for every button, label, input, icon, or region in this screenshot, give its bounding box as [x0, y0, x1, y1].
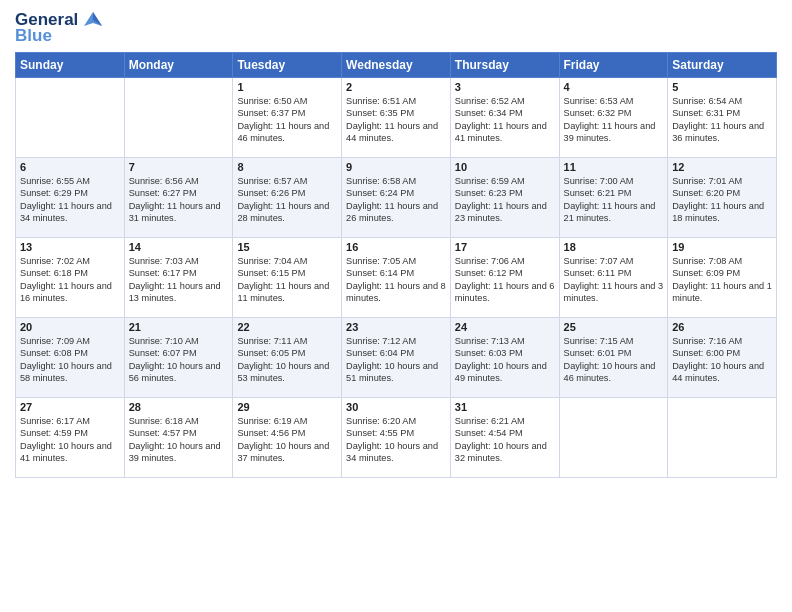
calendar-cell: 22Sunrise: 7:11 AM Sunset: 6:05 PM Dayli…	[233, 318, 342, 398]
day-number: 30	[346, 401, 446, 413]
calendar-cell: 15Sunrise: 7:04 AM Sunset: 6:15 PM Dayli…	[233, 238, 342, 318]
header-day-saturday: Saturday	[668, 53, 777, 78]
calendar-cell: 9Sunrise: 6:58 AM Sunset: 6:24 PM Daylig…	[342, 158, 451, 238]
day-number: 16	[346, 241, 446, 253]
day-number: 2	[346, 81, 446, 93]
day-info: Sunrise: 7:13 AM Sunset: 6:03 PM Dayligh…	[455, 335, 555, 385]
day-number: 3	[455, 81, 555, 93]
day-number: 22	[237, 321, 337, 333]
calendar-cell: 12Sunrise: 7:01 AM Sunset: 6:20 PM Dayli…	[668, 158, 777, 238]
calendar-cell: 8Sunrise: 6:57 AM Sunset: 6:26 PM Daylig…	[233, 158, 342, 238]
day-info: Sunrise: 7:07 AM Sunset: 6:11 PM Dayligh…	[564, 255, 664, 305]
day-info: Sunrise: 6:21 AM Sunset: 4:54 PM Dayligh…	[455, 415, 555, 465]
calendar-header: SundayMondayTuesdayWednesdayThursdayFrid…	[16, 53, 777, 78]
day-number: 17	[455, 241, 555, 253]
header-day-sunday: Sunday	[16, 53, 125, 78]
calendar-cell: 2Sunrise: 6:51 AM Sunset: 6:35 PM Daylig…	[342, 78, 451, 158]
header-day-wednesday: Wednesday	[342, 53, 451, 78]
day-number: 7	[129, 161, 229, 173]
day-number: 28	[129, 401, 229, 413]
logo-bird-icon	[80, 10, 106, 30]
day-info: Sunrise: 6:52 AM Sunset: 6:34 PM Dayligh…	[455, 95, 555, 145]
calendar-cell: 1Sunrise: 6:50 AM Sunset: 6:37 PM Daylig…	[233, 78, 342, 158]
day-number: 27	[20, 401, 120, 413]
week-row-2: 13Sunrise: 7:02 AM Sunset: 6:18 PM Dayli…	[16, 238, 777, 318]
calendar-cell: 16Sunrise: 7:05 AM Sunset: 6:14 PM Dayli…	[342, 238, 451, 318]
calendar-cell: 27Sunrise: 6:17 AM Sunset: 4:59 PM Dayli…	[16, 398, 125, 478]
calendar-cell: 28Sunrise: 6:18 AM Sunset: 4:57 PM Dayli…	[124, 398, 233, 478]
day-number: 24	[455, 321, 555, 333]
day-number: 10	[455, 161, 555, 173]
header-day-monday: Monday	[124, 53, 233, 78]
day-info: Sunrise: 7:09 AM Sunset: 6:08 PM Dayligh…	[20, 335, 120, 385]
header-day-tuesday: Tuesday	[233, 53, 342, 78]
calendar-cell: 23Sunrise: 7:12 AM Sunset: 6:04 PM Dayli…	[342, 318, 451, 398]
header-day-thursday: Thursday	[450, 53, 559, 78]
day-info: Sunrise: 6:55 AM Sunset: 6:29 PM Dayligh…	[20, 175, 120, 225]
calendar-cell: 24Sunrise: 7:13 AM Sunset: 6:03 PM Dayli…	[450, 318, 559, 398]
logo-container: General Blue	[15, 10, 106, 46]
day-number: 15	[237, 241, 337, 253]
week-row-0: 1Sunrise: 6:50 AM Sunset: 6:37 PM Daylig…	[16, 78, 777, 158]
calendar-cell: 14Sunrise: 7:03 AM Sunset: 6:17 PM Dayli…	[124, 238, 233, 318]
day-info: Sunrise: 7:00 AM Sunset: 6:21 PM Dayligh…	[564, 175, 664, 225]
calendar-cell	[668, 398, 777, 478]
day-info: Sunrise: 7:03 AM Sunset: 6:17 PM Dayligh…	[129, 255, 229, 305]
week-row-4: 27Sunrise: 6:17 AM Sunset: 4:59 PM Dayli…	[16, 398, 777, 478]
day-info: Sunrise: 7:16 AM Sunset: 6:00 PM Dayligh…	[672, 335, 772, 385]
header-row: SundayMondayTuesdayWednesdayThursdayFrid…	[16, 53, 777, 78]
day-info: Sunrise: 7:06 AM Sunset: 6:12 PM Dayligh…	[455, 255, 555, 305]
calendar-cell: 25Sunrise: 7:15 AM Sunset: 6:01 PM Dayli…	[559, 318, 668, 398]
day-number: 20	[20, 321, 120, 333]
day-info: Sunrise: 6:54 AM Sunset: 6:31 PM Dayligh…	[672, 95, 772, 145]
calendar-cell: 6Sunrise: 6:55 AM Sunset: 6:29 PM Daylig…	[16, 158, 125, 238]
day-number: 12	[672, 161, 772, 173]
week-row-1: 6Sunrise: 6:55 AM Sunset: 6:29 PM Daylig…	[16, 158, 777, 238]
calendar-table: SundayMondayTuesdayWednesdayThursdayFrid…	[15, 52, 777, 478]
day-info: Sunrise: 7:10 AM Sunset: 6:07 PM Dayligh…	[129, 335, 229, 385]
calendar-cell: 30Sunrise: 6:20 AM Sunset: 4:55 PM Dayli…	[342, 398, 451, 478]
day-number: 19	[672, 241, 772, 253]
calendar-cell: 21Sunrise: 7:10 AM Sunset: 6:07 PM Dayli…	[124, 318, 233, 398]
day-info: Sunrise: 6:53 AM Sunset: 6:32 PM Dayligh…	[564, 95, 664, 145]
day-info: Sunrise: 7:02 AM Sunset: 6:18 PM Dayligh…	[20, 255, 120, 305]
day-info: Sunrise: 6:19 AM Sunset: 4:56 PM Dayligh…	[237, 415, 337, 465]
day-info: Sunrise: 6:51 AM Sunset: 6:35 PM Dayligh…	[346, 95, 446, 145]
day-info: Sunrise: 6:59 AM Sunset: 6:23 PM Dayligh…	[455, 175, 555, 225]
calendar-cell: 10Sunrise: 6:59 AM Sunset: 6:23 PM Dayli…	[450, 158, 559, 238]
day-info: Sunrise: 7:05 AM Sunset: 6:14 PM Dayligh…	[346, 255, 446, 305]
day-number: 21	[129, 321, 229, 333]
calendar-cell	[16, 78, 125, 158]
calendar-cell: 4Sunrise: 6:53 AM Sunset: 6:32 PM Daylig…	[559, 78, 668, 158]
calendar-cell: 11Sunrise: 7:00 AM Sunset: 6:21 PM Dayli…	[559, 158, 668, 238]
day-info: Sunrise: 7:01 AM Sunset: 6:20 PM Dayligh…	[672, 175, 772, 225]
day-info: Sunrise: 6:56 AM Sunset: 6:27 PM Dayligh…	[129, 175, 229, 225]
day-info: Sunrise: 6:18 AM Sunset: 4:57 PM Dayligh…	[129, 415, 229, 465]
day-number: 4	[564, 81, 664, 93]
calendar-cell: 5Sunrise: 6:54 AM Sunset: 6:31 PM Daylig…	[668, 78, 777, 158]
day-info: Sunrise: 6:57 AM Sunset: 6:26 PM Dayligh…	[237, 175, 337, 225]
calendar-cell: 13Sunrise: 7:02 AM Sunset: 6:18 PM Dayli…	[16, 238, 125, 318]
calendar-cell: 26Sunrise: 7:16 AM Sunset: 6:00 PM Dayli…	[668, 318, 777, 398]
calendar-cell: 18Sunrise: 7:07 AM Sunset: 6:11 PM Dayli…	[559, 238, 668, 318]
calendar-cell	[559, 398, 668, 478]
page: General Blue SundayMondayTuesdayWednesda…	[0, 0, 792, 612]
day-info: Sunrise: 7:12 AM Sunset: 6:04 PM Dayligh…	[346, 335, 446, 385]
day-info: Sunrise: 6:50 AM Sunset: 6:37 PM Dayligh…	[237, 95, 337, 145]
calendar-cell: 31Sunrise: 6:21 AM Sunset: 4:54 PM Dayli…	[450, 398, 559, 478]
day-info: Sunrise: 7:15 AM Sunset: 6:01 PM Dayligh…	[564, 335, 664, 385]
day-number: 6	[20, 161, 120, 173]
calendar-cell: 7Sunrise: 6:56 AM Sunset: 6:27 PM Daylig…	[124, 158, 233, 238]
header-day-friday: Friday	[559, 53, 668, 78]
day-info: Sunrise: 6:17 AM Sunset: 4:59 PM Dayligh…	[20, 415, 120, 465]
calendar-cell	[124, 78, 233, 158]
day-number: 9	[346, 161, 446, 173]
week-row-3: 20Sunrise: 7:09 AM Sunset: 6:08 PM Dayli…	[16, 318, 777, 398]
calendar-cell: 3Sunrise: 6:52 AM Sunset: 6:34 PM Daylig…	[450, 78, 559, 158]
calendar-body: 1Sunrise: 6:50 AM Sunset: 6:37 PM Daylig…	[16, 78, 777, 478]
day-number: 23	[346, 321, 446, 333]
day-info: Sunrise: 7:08 AM Sunset: 6:09 PM Dayligh…	[672, 255, 772, 305]
day-number: 8	[237, 161, 337, 173]
day-number: 11	[564, 161, 664, 173]
calendar-cell: 20Sunrise: 7:09 AM Sunset: 6:08 PM Dayli…	[16, 318, 125, 398]
